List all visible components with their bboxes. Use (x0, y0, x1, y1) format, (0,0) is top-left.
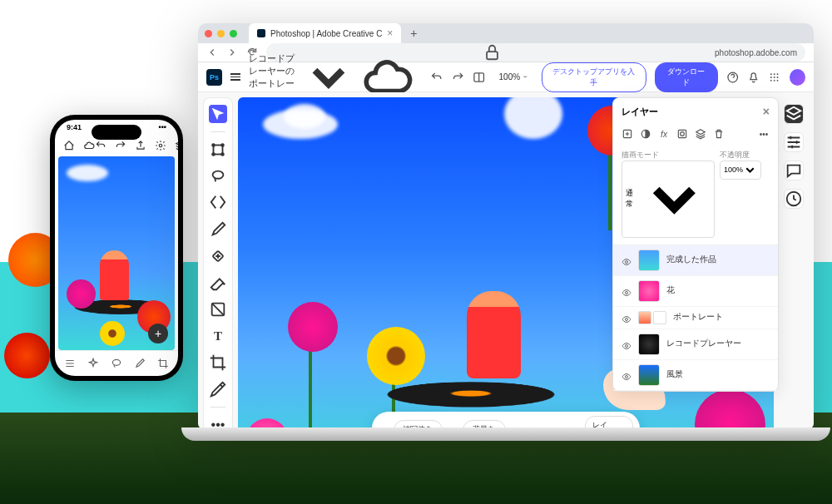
photoshop-logo[interactable]: Ps (206, 69, 222, 86)
brush-tool[interactable] (209, 220, 227, 239)
window-minimize-button[interactable] (217, 30, 225, 37)
svg-point-37 (626, 375, 628, 378)
layer-thumbnail (638, 334, 660, 355)
layer-item[interactable]: レコードプレーヤー (613, 329, 778, 360)
svg-point-8 (777, 73, 779, 75)
adjust-tool[interactable] (64, 358, 76, 369)
flower-graphic (367, 327, 425, 385)
history-panel-button[interactable] (784, 189, 804, 209)
visibility-toggle[interactable] (622, 370, 631, 380)
layer-item[interactable]: 風景 (613, 360, 778, 391)
download-button[interactable]: ダウンロード (655, 62, 718, 92)
eraser-tool[interactable] (209, 274, 227, 292)
phone-notch (92, 125, 141, 140)
svg-point-10 (774, 77, 775, 78)
phone-canvas[interactable]: + (58, 156, 175, 350)
svg-point-16 (212, 144, 215, 146)
svg-point-14 (777, 79, 779, 81)
layer-name: レコードプレーヤー (666, 338, 741, 349)
svg-rect-2 (487, 52, 498, 59)
panel-close-button[interactable]: × (763, 105, 770, 118)
cloud-icon[interactable] (83, 140, 95, 151)
visibility-toggle[interactable] (622, 339, 631, 349)
layer-list: 完成した作品 花 ポートレート レコードプレーヤー (613, 245, 778, 391)
brush-tool[interactable] (134, 358, 146, 369)
adjustments-panel-button[interactable] (784, 132, 804, 152)
layer-item[interactable]: 完成した作品 (613, 245, 778, 276)
eyedropper-tool[interactable] (209, 380, 227, 398)
phone-mockup: 9:41 ••• + (50, 115, 183, 381)
settings-icon[interactable] (155, 140, 166, 151)
mask-icon[interactable] (640, 128, 651, 140)
lasso-tool[interactable] (111, 358, 122, 369)
layer-name: 風景 (666, 369, 683, 380)
tab-close-icon[interactable]: × (387, 27, 393, 39)
new-tab-button[interactable]: + (406, 26, 421, 41)
forward-button[interactable] (226, 47, 238, 58)
layer-name: 完成した作品 (666, 254, 716, 265)
background-flower (4, 333, 50, 378)
visibility-toggle[interactable] (622, 286, 631, 296)
user-avatar[interactable] (790, 69, 805, 86)
svg-point-12 (770, 79, 772, 81)
layer-thumbnail (638, 280, 660, 302)
undo-icon[interactable] (95, 140, 106, 151)
delete-icon[interactable] (713, 128, 725, 140)
panel-menu-icon[interactable]: ••• (758, 128, 770, 140)
move-tool[interactable] (209, 105, 227, 123)
menu-icon[interactable] (230, 73, 240, 81)
lasso-tool[interactable] (209, 167, 227, 185)
gradient-tool[interactable] (209, 300, 227, 319)
back-button[interactable] (206, 47, 218, 58)
crop-tool[interactable] (157, 358, 169, 369)
home-icon[interactable] (63, 140, 75, 151)
visibility-toggle[interactable] (622, 255, 631, 265)
phone-toolbar (55, 350, 178, 376)
notification-icon[interactable] (747, 71, 760, 84)
layers-icon[interactable] (175, 140, 178, 151)
panel-title: レイヤー (622, 106, 658, 118)
phone-time: 9:41 (67, 123, 82, 131)
add-layer-icon[interactable] (622, 128, 633, 140)
share-icon[interactable] (135, 140, 146, 151)
svg-rect-31 (678, 130, 686, 137)
adjustment-layer-icon[interactable] (676, 128, 688, 140)
visibility-toggle[interactable] (622, 313, 631, 323)
opacity-input[interactable]: 100% (720, 161, 761, 180)
browser-tab[interactable]: Photoshop | Adobe Creative C × (249, 23, 401, 43)
help-icon[interactable] (726, 71, 739, 84)
group-icon[interactable] (695, 128, 706, 140)
redo-button[interactable] (452, 71, 464, 84)
undo-button[interactable] (430, 71, 443, 84)
comments-panel-button[interactable] (784, 161, 804, 180)
layers-panel-button[interactable] (784, 104, 804, 124)
heal-tool[interactable] (209, 247, 227, 265)
panel-toggle-icon[interactable] (473, 71, 485, 84)
person-graphic (100, 250, 129, 300)
tab-favicon (257, 29, 265, 37)
crop-tool[interactable] (209, 353, 227, 372)
svg-point-36 (626, 344, 628, 347)
quick-select-tool[interactable] (209, 194, 227, 212)
zoom-level[interactable]: 100% (494, 71, 533, 83)
transform-tool[interactable] (209, 141, 227, 159)
redo-icon[interactable] (115, 140, 126, 151)
desktop-app-button[interactable]: デスクトップアプリを入手 (542, 62, 646, 92)
text-tool[interactable]: T (209, 327, 227, 345)
svg-point-32 (681, 132, 685, 136)
blend-mode-select[interactable]: 通常 (622, 161, 715, 238)
svg-point-34 (626, 291, 628, 294)
fx-icon[interactable]: fx (658, 128, 670, 140)
svg-point-35 (626, 318, 628, 320)
flower-graphic (288, 302, 338, 352)
layer-thumbnail (638, 364, 660, 386)
laptop-base (181, 427, 830, 441)
window-close-button[interactable] (205, 30, 212, 37)
layer-item[interactable]: 花 (613, 276, 778, 307)
layer-item[interactable]: ポートレート (613, 307, 778, 329)
blend-mode-label: 描画モード (622, 150, 715, 161)
window-maximize-button[interactable] (230, 30, 237, 37)
add-button[interactable]: + (148, 324, 168, 343)
apps-icon[interactable] (768, 71, 780, 84)
retouch-tool[interactable] (87, 358, 99, 369)
